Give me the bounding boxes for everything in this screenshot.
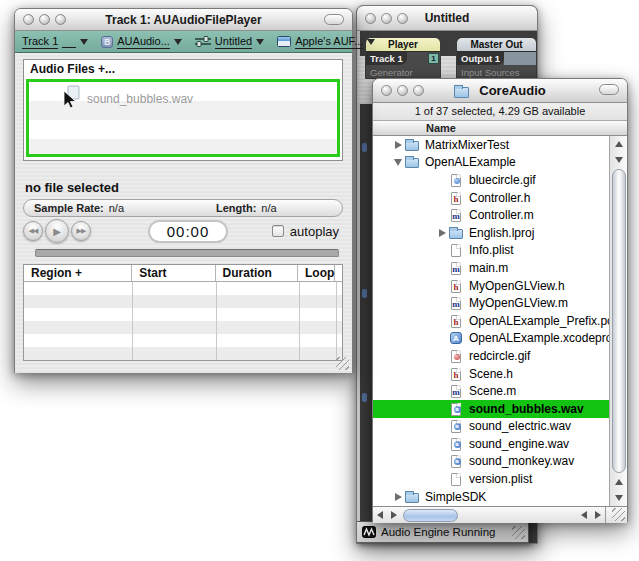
zoom-button[interactable] [55,14,66,25]
disclosure-triangle-icon[interactable] [391,493,405,501]
file-name: MatrixMixerTest [425,138,513,152]
file-row[interactable]: MatrixMixerTest [373,136,609,154]
dragged-file-name: sound_bubbles.wav [87,92,193,106]
file-row[interactable]: AOpenALExample.xcodeproj [373,330,609,348]
file-name: Controller.h [469,191,534,205]
zoom-button[interactable] [397,13,408,24]
audio-files-header[interactable]: Audio Files +... [24,60,342,78]
horizontal-scroll-thumb[interactable] [403,509,458,522]
disclosure-triangle-icon[interactable] [391,141,405,149]
sample-rate-value: n/a [109,202,124,214]
header-file-icon: h [449,314,464,328]
untitled-titlebar[interactable]: Untitled [357,6,537,31]
traffic-lights [381,85,424,96]
finder-titlebar[interactable]: CoreAudio [373,79,627,103]
minimize-button[interactable] [397,85,408,96]
file-row[interactable]: redcircle.gif [373,347,609,365]
scroll-left-arrow[interactable] [373,507,387,523]
window-icon [277,36,291,47]
track-tab[interactable]: Output 1 [457,52,504,65]
player-content: Audio Files +... sound_bubbles.wav no fi… [15,53,352,373]
toolbar-toggle-lozenge[interactable] [599,84,619,95]
scroll-up-arrow[interactable] [610,136,627,152]
status-text: Audio Engine Running [381,526,495,538]
file-row[interactable]: asound_electric.wav [373,418,609,436]
column-start[interactable]: Start [132,265,215,281]
preset-popup[interactable]: Untitled [195,35,264,49]
play-button[interactable]: ▶ [45,219,69,243]
file-row[interactable]: English.lproj [373,224,609,242]
file-row[interactable]: SimpleSDK [373,488,609,506]
file-row[interactable]: hOpenALExample_Prefix.pch [373,312,609,330]
region-row[interactable] [24,321,342,334]
column-header-name[interactable]: Name [373,121,627,136]
resize-handle[interactable] [512,526,525,539]
file-row[interactable]: mScene.m [373,382,609,400]
track-panel-player[interactable]: Player Track 1 1 Generator [365,37,441,79]
track-popup[interactable]: Track 1 [22,35,88,49]
file-row[interactable]: mController.m [373,206,609,224]
audio-engine-status-bar: Audio Engine Running [357,521,529,543]
resize-handle[interactable] [336,357,349,370]
disclosure-triangle-icon[interactable] [391,159,405,166]
toolbar-toggle-lozenge[interactable] [324,14,344,25]
file-row[interactable]: hController.h [373,189,609,207]
autoplay-checkbox[interactable] [272,225,284,237]
folder-icon [405,155,420,169]
file-row[interactable]: bluecircle.gif [373,171,609,189]
region-row[interactable] [24,347,342,360]
horizontal-scrollbar[interactable] [373,506,627,523]
track-panel-master[interactable]: Master Out Output 1 Input Sources [456,37,537,79]
scrub-bar[interactable] [35,249,339,257]
region-row[interactable] [24,308,342,321]
player-titlebar[interactable]: Track 1: AUAudioFilePlayer [15,9,352,31]
region-row[interactable] [24,282,342,295]
audio-unit-popup[interactable]: B AUAudio... [101,35,182,49]
file-row[interactable]: asound_engine.wav [373,435,609,453]
file-row[interactable]: Info.plist [373,242,609,260]
file-row[interactable]: version.plist [373,470,609,488]
track-tab[interactable]: Track 1 [366,52,407,65]
column-region[interactable]: Region + [24,265,132,281]
file-row[interactable]: asound_monkey.wav [373,453,609,471]
track-panel-title: Player [366,38,440,52]
disclosure-triangle-icon[interactable] [435,229,449,237]
file-row[interactable]: mMyOpenGLView.m [373,294,609,312]
close-button[interactable] [23,14,34,25]
desktop: Untitled Player Track 1 1 Generator Mast… [0,0,639,561]
track-section-label: Generator [366,65,440,78]
column-duration[interactable]: Duration [216,265,298,281]
resize-handle[interactable] [612,508,625,521]
scroll-up-arrow[interactable] [610,474,627,490]
vertical-scroll-thumb[interactable] [612,169,626,473]
scroll-down-arrow[interactable] [610,490,627,506]
file-row[interactable]: mmain.m [373,259,609,277]
file-row[interactable]: asound_bubbles.wav [373,400,609,418]
scroll-right-arrow[interactable] [591,507,605,523]
scroll-left-arrow[interactable] [577,507,591,523]
close-button[interactable] [365,13,376,24]
minimize-button[interactable] [381,13,392,24]
component-icon: B [101,36,113,48]
forward-button[interactable]: ▶▶ [71,221,91,241]
dragged-file[interactable]: sound_bubbles.wav [59,85,193,109]
region-row[interactable] [24,295,342,308]
view-popup[interactable]: Apple's AUF... [277,35,375,49]
close-button[interactable] [381,85,392,96]
file-row[interactable]: hScene.h [373,365,609,383]
vertical-scrollbar[interactable] [609,136,627,506]
file-name: OpenALExample.xcodeproj [469,331,609,345]
file-name: OpenALExample_Prefix.pch [469,314,609,328]
length-label: Length: [216,202,256,214]
zoom-button[interactable] [413,85,424,96]
file-row[interactable]: hMyOpenGLView.h [373,277,609,295]
drop-target-area[interactable]: sound_bubbles.wav [26,79,340,157]
rewind-button[interactable]: ◀◀ [23,221,43,241]
minimize-button[interactable] [39,14,50,25]
column-loop[interactable]: Loop [298,265,335,281]
region-row[interactable] [24,334,342,347]
scroll-down-arrow[interactable] [610,152,627,168]
file-name: Controller.m [469,208,538,222]
scroll-right-arrow[interactable] [387,507,401,523]
file-row[interactable]: OpenALExample [373,154,609,172]
